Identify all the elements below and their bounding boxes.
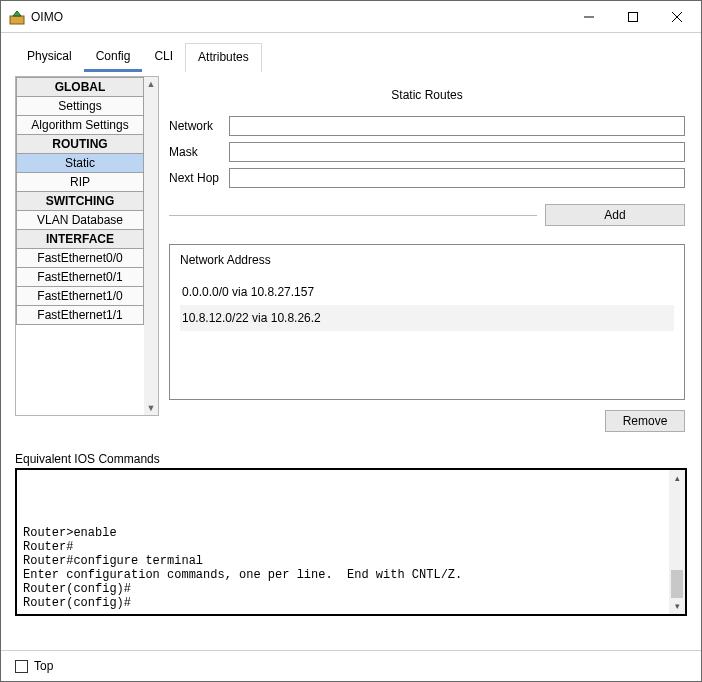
route-item[interactable]: 0.0.0.0/0 via 10.8.27.157 xyxy=(180,279,674,305)
sidebar-item-vlan-database[interactable]: VLAN Database xyxy=(16,210,144,230)
pane-title: Static Routes xyxy=(169,88,685,102)
network-input[interactable] xyxy=(229,116,685,136)
add-button[interactable]: Add xyxy=(545,204,685,226)
routes-list: Network Address 0.0.0.0/0 via 10.8.27.15… xyxy=(169,244,685,400)
minimize-button[interactable] xyxy=(567,2,611,32)
mask-input[interactable] xyxy=(229,142,685,162)
mask-label: Mask xyxy=(169,145,229,159)
scroll-down-icon[interactable]: ▾ xyxy=(669,598,685,614)
scrollbar-thumb[interactable] xyxy=(671,570,683,598)
sidebar-header-switching: SWITCHING xyxy=(16,191,144,211)
route-item[interactable]: 10.8.12.0/22 via 10.8.26.2 xyxy=(180,305,674,331)
sidebar-item-fastethernet1-1[interactable]: FastEthernet1/1 xyxy=(16,305,144,325)
nexthop-input[interactable] xyxy=(229,168,685,188)
static-routes-pane: Static Routes Network Mask Next Hop Add … xyxy=(167,76,687,432)
footer: Top xyxy=(1,650,701,681)
sidebar-item-static[interactable]: Static xyxy=(16,153,144,173)
maximize-button[interactable] xyxy=(611,2,655,32)
scroll-up-icon[interactable]: ▴ xyxy=(669,470,685,486)
sidebar-item-fastethernet0-0[interactable]: FastEthernet0/0 xyxy=(16,248,144,268)
sidebar-scrollbar[interactable]: ▲ ▼ xyxy=(144,77,158,415)
scroll-up-icon[interactable]: ▲ xyxy=(144,77,158,91)
nexthop-label: Next Hop xyxy=(169,171,229,185)
app-icon xyxy=(9,9,25,25)
tab-cli[interactable]: CLI xyxy=(142,43,185,72)
tab-config[interactable]: Config xyxy=(84,43,143,72)
config-sidebar: GLOBALSettingsAlgorithm SettingsROUTINGS… xyxy=(15,76,159,416)
scroll-down-icon[interactable]: ▼ xyxy=(144,401,158,415)
svg-rect-0 xyxy=(10,16,24,24)
remove-button[interactable]: Remove xyxy=(605,410,685,432)
window-title: OIMO xyxy=(31,10,567,24)
tab-attributes[interactable]: Attributes xyxy=(185,43,262,72)
routes-list-header: Network Address xyxy=(180,253,674,267)
sidebar-item-fastethernet0-1[interactable]: FastEthernet0/1 xyxy=(16,267,144,287)
network-label: Network xyxy=(169,119,229,133)
top-checkbox-label: Top xyxy=(34,659,53,673)
sidebar-header-interface: INTERFACE xyxy=(16,229,144,249)
tab-physical[interactable]: Physical xyxy=(15,43,84,72)
titlebar: OIMO xyxy=(1,1,701,33)
ios-commands-text[interactable]: Router>enable Router# Router#configure t… xyxy=(17,470,669,614)
sidebar-header-global: GLOBAL xyxy=(16,77,144,97)
divider xyxy=(169,215,537,216)
sidebar-item-rip[interactable]: RIP xyxy=(16,172,144,192)
sidebar-header-routing: ROUTING xyxy=(16,134,144,154)
ios-commands-box: Router>enable Router# Router#configure t… xyxy=(15,468,687,616)
sidebar-item-settings[interactable]: Settings xyxy=(16,96,144,116)
close-button[interactable] xyxy=(655,2,699,32)
tab-bar: PhysicalConfigCLIAttributes xyxy=(15,43,687,72)
ios-commands-label: Equivalent IOS Commands xyxy=(15,452,687,466)
sidebar-item-fastethernet1-0[interactable]: FastEthernet1/0 xyxy=(16,286,144,306)
sidebar-item-algorithm-settings[interactable]: Algorithm Settings xyxy=(16,115,144,135)
ios-scrollbar[interactable]: ▴ ▾ xyxy=(669,470,685,614)
top-checkbox[interactable] xyxy=(15,660,28,673)
svg-rect-2 xyxy=(629,12,638,21)
